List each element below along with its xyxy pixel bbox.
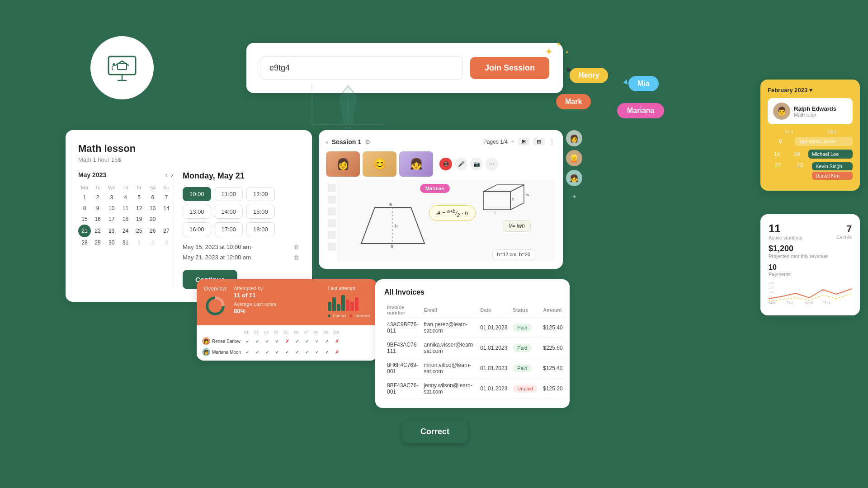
correct-button[interactable]: Correct	[402, 421, 467, 443]
cal-day[interactable]: 4	[118, 192, 132, 203]
cal-day[interactable]: 30	[104, 237, 118, 248]
cal-day[interactable]: 17	[104, 214, 118, 225]
cal-header-fr: Fr	[132, 183, 146, 192]
cal-day[interactable]: 22	[91, 225, 104, 237]
tool-download[interactable]	[328, 243, 336, 251]
svg-rect-30	[350, 302, 354, 311]
delete-icon-2[interactable]: 🗑	[293, 254, 299, 261]
cal-day-muted[interactable]: 1	[132, 237, 146, 248]
session-code-input[interactable]: e9tg4	[260, 56, 463, 80]
cal-day[interactable]: 31	[118, 237, 132, 248]
cal-event-daniel[interactable]: Daniel Kim	[812, 172, 853, 180]
calendar-prev-btn[interactable]: ‹	[165, 171, 168, 178]
cal-day[interactable]: 15	[78, 214, 91, 225]
col-email: Email	[421, 303, 477, 318]
add-participant-btn[interactable]: +	[567, 190, 581, 203]
add-page-btn[interactable]: +	[511, 139, 514, 145]
time-slot[interactable]: 12:00	[246, 187, 275, 201]
cal-day[interactable]: 8	[78, 203, 91, 214]
tutor-name: Ralph Edwards	[794, 105, 836, 112]
cal-day[interactable]: 14	[160, 203, 173, 214]
result-2-6: ✓	[292, 349, 302, 355]
col-010: 010	[331, 330, 340, 334]
join-session-button[interactable]: Join Session	[470, 57, 549, 79]
more-options-btn[interactable]: ⋮	[548, 137, 556, 146]
invoice-email-2: annika.visser@learn-sat.com	[421, 338, 477, 358]
cal-day[interactable]: 11	[118, 203, 132, 214]
payments-label: Payments	[769, 272, 852, 277]
tool-cursor[interactable]	[328, 184, 336, 192]
session-title: Session 1	[332, 138, 361, 145]
thumbnail-avatar-3[interactable]: 👧	[566, 170, 582, 186]
more-btn[interactable]: ⋯	[486, 158, 498, 170]
layout-btn[interactable]: ▤	[533, 138, 545, 145]
time-slot[interactable]: 17:00	[215, 222, 243, 236]
time-slot[interactable]: 18:00	[246, 222, 275, 236]
cal-day[interactable]: 28	[78, 237, 91, 248]
invoice-date-4: 01.01.2023	[477, 379, 510, 399]
tool-pen[interactable]	[328, 196, 336, 204]
chart-legend: Correct Incorrect	[328, 314, 370, 318]
cal-day-muted[interactable]: 3	[160, 237, 173, 248]
cal-event-samantha[interactable]: Samantha Jones	[795, 137, 853, 146]
cal-day[interactable]: 2	[91, 192, 104, 203]
invoice-date-1: 01.01.2023	[477, 318, 510, 338]
cal-day[interactable]: 20	[146, 214, 160, 225]
cal-day[interactable]: 29	[91, 237, 104, 248]
cal-day[interactable]: 18	[118, 214, 132, 225]
delete-icon-1[interactable]: 🗑	[293, 244, 299, 250]
cal-day[interactable]: 23	[104, 225, 118, 237]
thumbnail-avatar-1[interactable]: 👩	[566, 130, 582, 146]
cal-day-16: 16	[788, 151, 807, 157]
cal-day[interactable]: 24	[118, 225, 132, 237]
tool-text[interactable]	[328, 207, 336, 216]
cal-day[interactable]: 12	[132, 203, 146, 214]
revenue-amount: $1,200	[769, 244, 852, 253]
bubble-mia: Mia	[628, 76, 659, 91]
cal-event-kevin[interactable]: Kevin Singh	[812, 162, 853, 170]
tutor-role: Math tutor	[794, 112, 836, 117]
time-slot[interactable]: 16:00	[183, 222, 211, 236]
cal-header-th: Th	[118, 183, 132, 192]
settings-icon[interactable]: ⚙	[365, 138, 371, 145]
cal-day[interactable]: 7	[160, 192, 173, 203]
cal-day[interactable]: 3	[104, 192, 118, 203]
cal-day[interactable]: 1	[78, 192, 91, 203]
video-thumb-1: 👩	[326, 151, 360, 177]
view-toggle-btn[interactable]: ⊞	[518, 138, 529, 145]
end-call-btn[interactable]: 📵	[439, 158, 452, 170]
time-slot[interactable]: 11:00	[215, 187, 243, 201]
cal-day[interactable]	[160, 214, 173, 225]
measure-input[interactable]: h=12 cm, b=20	[492, 249, 535, 259]
session-back-btn[interactable]: ‹	[326, 138, 328, 145]
invoice-email-3: miron.vitlod@learn-sat.com	[421, 358, 477, 379]
col-02: 02	[252, 330, 261, 334]
cal-day[interactable]: 19	[132, 214, 146, 225]
svg-marker-10	[483, 185, 524, 192]
time-slot[interactable]: 15:00	[246, 205, 275, 219]
svg-text:b: b	[391, 244, 393, 249]
time-slot[interactable]: 13:00	[183, 205, 211, 219]
cal-day-active[interactable]: 21	[78, 225, 91, 237]
cal-event-michael[interactable]: Michael Lee	[808, 150, 853, 159]
camera-btn[interactable]: 📷	[470, 158, 483, 170]
cal-day[interactable]: 27	[160, 225, 173, 237]
cal-day[interactable]: 16	[91, 214, 104, 225]
cal-day[interactable]: 25	[132, 225, 146, 237]
cal-day[interactable]: 9	[91, 203, 104, 214]
mute-btn[interactable]: 🎤	[455, 158, 467, 170]
cal-day[interactable]: 13	[146, 203, 160, 214]
result-1-5: ✗	[283, 338, 292, 344]
time-slot-selected[interactable]: 10:00	[183, 187, 211, 201]
cal-day[interactable]: 6	[146, 192, 160, 203]
cal-day-muted[interactable]: 2	[146, 237, 160, 248]
quiz-panel: Overview Attempted by 11 of 11 Average L…	[197, 279, 377, 361]
cal-day[interactable]: 5	[132, 192, 146, 203]
time-slot[interactable]: 14:00	[215, 205, 243, 219]
whiteboard-main[interactable]: a b h A = a+b/2 · h l w h V= lwh	[339, 180, 538, 262]
tool-shape[interactable]	[328, 219, 336, 227]
cal-day[interactable]: 10	[104, 203, 118, 214]
cal-day[interactable]: 26	[146, 225, 160, 237]
tool-eraser[interactable]	[328, 231, 336, 239]
thumbnail-avatar-2[interactable]: 👱	[566, 150, 582, 166]
